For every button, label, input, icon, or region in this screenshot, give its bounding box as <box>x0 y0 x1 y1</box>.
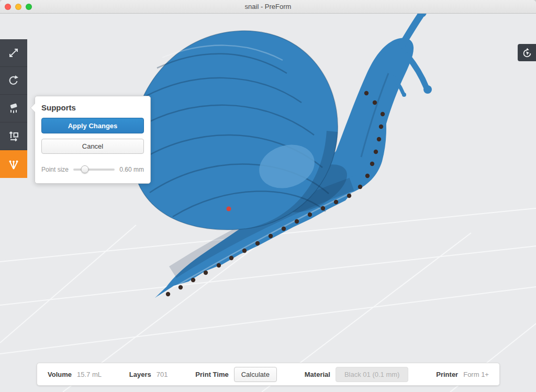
support-point[interactable] <box>166 292 170 296</box>
support-point[interactable] <box>242 249 247 253</box>
print-time-stat: Print Time Calculate <box>195 367 277 382</box>
layout-tool-button[interactable] <box>0 122 27 150</box>
volume-stat: Volume 15.7 mL <box>48 371 102 378</box>
layout-icon <box>7 130 20 142</box>
supports-panel-title: Supports <box>41 103 144 112</box>
support-point[interactable] <box>358 185 362 189</box>
rotate-icon <box>7 74 20 87</box>
scale-tool-button[interactable] <box>0 39 27 67</box>
rotate-tool-button[interactable] <box>0 67 27 95</box>
orbit-view-icon <box>521 47 533 59</box>
support-point[interactable] <box>217 263 221 267</box>
support-point[interactable] <box>229 256 233 260</box>
printer-label: Printer <box>436 371 458 378</box>
title-bar: snail - PreForm <box>0 0 536 14</box>
print-time-label: Print Time <box>195 371 228 378</box>
edit-supports-icon <box>7 158 20 171</box>
printer-stat: Printer Form 1+ <box>436 371 489 378</box>
material-select[interactable]: Black 01 (0.1 mm) <box>336 367 408 382</box>
layers-stat: Layers 701 <box>129 371 168 378</box>
edit-supports-tool-button[interactable] <box>0 150 27 178</box>
printer-value: Form 1+ <box>463 371 489 378</box>
supports-panel: Supports Apply Changes Cancel Point size… <box>35 96 151 184</box>
support-point[interactable] <box>364 91 368 95</box>
support-point[interactable] <box>381 112 385 116</box>
left-toolbar <box>0 39 27 178</box>
support-point[interactable] <box>269 234 273 238</box>
layers-label: Layers <box>129 371 151 378</box>
volume-label: Volume <box>48 371 72 378</box>
point-size-slider-track <box>73 169 115 171</box>
material-stat: Material Black 01 (0.1 mm) <box>305 367 409 382</box>
apply-changes-button[interactable]: Apply Changes <box>41 118 144 133</box>
support-point[interactable] <box>295 219 299 223</box>
layers-value: 701 <box>157 371 168 378</box>
support-point[interactable] <box>178 285 183 289</box>
support-point[interactable] <box>379 125 383 129</box>
calculate-button[interactable]: Calculate <box>234 367 277 382</box>
support-point[interactable] <box>377 137 381 141</box>
material-label: Material <box>305 371 330 378</box>
scale-icon <box>7 47 20 59</box>
window-title: snail - PreForm <box>0 0 536 14</box>
support-point[interactable] <box>204 271 208 275</box>
support-point[interactable] <box>308 212 312 217</box>
support-point[interactable] <box>334 200 338 204</box>
supports-icon <box>7 102 20 115</box>
point-size-value: 0.60 mm <box>119 166 144 173</box>
app-window: snail - PreForm <box>0 0 536 392</box>
viewport-3d[interactable] <box>0 0 536 392</box>
point-size-row: Point size 0.60 mm <box>41 165 144 174</box>
cancel-button[interactable]: Cancel <box>41 139 144 154</box>
supports-tool-button[interactable] <box>0 95 27 122</box>
support-point[interactable] <box>374 150 378 154</box>
point-size-slider[interactable] <box>73 165 115 174</box>
support-point[interactable] <box>282 227 286 231</box>
support-point[interactable] <box>347 194 351 198</box>
highlighted-support-point[interactable] <box>227 207 231 211</box>
popup-arrow <box>31 104 35 112</box>
support-point[interactable] <box>370 162 374 166</box>
support-point[interactable] <box>191 278 195 282</box>
orbit-view-button[interactable] <box>518 44 536 61</box>
point-size-slider-thumb[interactable] <box>81 165 89 173</box>
status-bar: Volume 15.7 mL Layers 701 Print Time Cal… <box>37 363 500 386</box>
zoom-button[interactable] <box>26 4 32 10</box>
support-point[interactable] <box>321 206 325 210</box>
volume-value: 15.7 mL <box>77 371 102 378</box>
support-point[interactable] <box>365 174 370 178</box>
close-button[interactable] <box>5 4 11 10</box>
snail-model[interactable] <box>132 8 432 298</box>
window-controls <box>5 4 32 10</box>
point-size-label: Point size <box>41 166 69 173</box>
minimize-button[interactable] <box>15 4 21 10</box>
support-point[interactable] <box>255 241 260 245</box>
support-point[interactable] <box>373 100 377 105</box>
